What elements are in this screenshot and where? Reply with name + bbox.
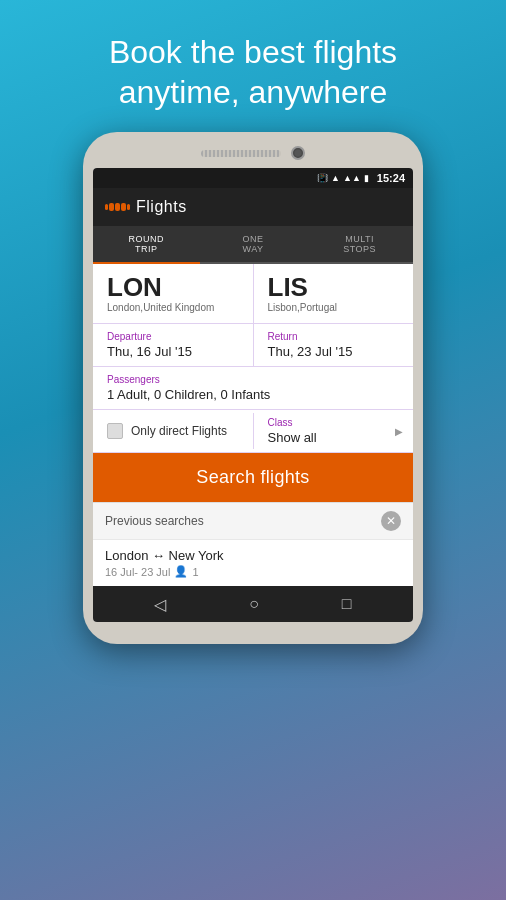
origin-name: London,United Kingdom bbox=[107, 302, 239, 313]
app-logo: Flights bbox=[105, 198, 187, 216]
prev-route: London ↔ New York bbox=[105, 548, 401, 563]
phone-chin bbox=[93, 622, 413, 630]
previous-title: Previous searches bbox=[105, 514, 204, 528]
date-row: Departure Thu, 16 Jul '15 Return Thu, 23… bbox=[93, 324, 413, 367]
logo-dot-3 bbox=[115, 203, 120, 211]
battery-icon: ▮ bbox=[364, 173, 369, 183]
passengers-label: Passengers bbox=[107, 374, 399, 385]
app-header: Flights bbox=[93, 188, 413, 226]
class-dropdown-arrow: ▶ bbox=[395, 426, 403, 437]
recent-button[interactable]: □ bbox=[342, 595, 352, 613]
home-button[interactable]: ○ bbox=[249, 595, 259, 613]
direct-checkbox[interactable] bbox=[107, 423, 123, 439]
logo-icon bbox=[105, 203, 130, 211]
search-button[interactable]: Search flights bbox=[93, 453, 413, 502]
status-time: 15:24 bbox=[377, 172, 405, 184]
navigation-bar: ◁ ○ □ bbox=[93, 586, 413, 622]
previous-header: Previous searches ✕ bbox=[93, 503, 413, 539]
departure-label: Departure bbox=[107, 331, 239, 342]
speaker-grille bbox=[201, 150, 281, 157]
logo-dot-2 bbox=[109, 203, 114, 211]
previous-item[interactable]: London ↔ New York 16 Jul- 23 Jul 👤 1 bbox=[93, 539, 413, 586]
passengers-row[interactable]: Passengers 1 Adult, 0 Children, 0 Infant… bbox=[93, 367, 413, 410]
tabs-bar: ROUND TRIP ONE WAY MULTI STOPS bbox=[93, 226, 413, 264]
return-cell[interactable]: Return Thu, 23 Jul '15 bbox=[254, 324, 414, 366]
wifi-icon: ▲ bbox=[331, 173, 340, 183]
previous-searches-section: Previous searches ✕ London ↔ New York 16… bbox=[93, 502, 413, 586]
tab-multi-stops[interactable]: MULTI STOPS bbox=[306, 226, 413, 264]
return-value: Thu, 23 Jul '15 bbox=[268, 344, 400, 359]
route-row: LON London,United Kingdom LIS Lisbon,Por… bbox=[93, 264, 413, 324]
close-previous-button[interactable]: ✕ bbox=[381, 511, 401, 531]
phone-top bbox=[93, 146, 413, 168]
logo-dot-5 bbox=[127, 204, 130, 210]
camera bbox=[291, 146, 305, 160]
screen: 📳 ▲ ▲▲ ▮ 15:24 Flights ROUND bbox=[93, 168, 413, 622]
signal-icon: ▲▲ bbox=[343, 173, 361, 183]
status-bar: 📳 ▲ ▲▲ ▮ 15:24 bbox=[93, 168, 413, 188]
destination-code: LIS bbox=[268, 274, 400, 300]
origin-cell[interactable]: LON London,United Kingdom bbox=[93, 264, 254, 323]
status-icons: 📳 ▲ ▲▲ ▮ bbox=[317, 173, 369, 183]
form-area: LON London,United Kingdom LIS Lisbon,Por… bbox=[93, 264, 413, 586]
origin-code: LON bbox=[107, 274, 239, 300]
direct-class-row: Only direct Flights Class Show all ▶ bbox=[93, 410, 413, 453]
class-label: Class bbox=[268, 417, 400, 428]
departure-cell[interactable]: Departure Thu, 16 Jul '15 bbox=[93, 324, 254, 366]
return-label: Return bbox=[268, 331, 400, 342]
destination-name: Lisbon,Portugal bbox=[268, 302, 400, 313]
phone-frame: 📳 ▲ ▲▲ ▮ 15:24 Flights ROUND bbox=[83, 132, 423, 644]
direct-cell[interactable]: Only direct Flights bbox=[93, 413, 254, 449]
logo-dot-4 bbox=[121, 203, 126, 211]
tagline: Book the best flights anytime, anywhere bbox=[79, 0, 427, 132]
prev-details: 16 Jul- 23 Jul 👤 1 bbox=[105, 565, 401, 578]
class-value: Show all bbox=[268, 430, 400, 445]
logo-dot-1 bbox=[105, 204, 108, 210]
back-button[interactable]: ◁ bbox=[154, 595, 166, 614]
destination-cell[interactable]: LIS Lisbon,Portugal bbox=[254, 264, 414, 323]
class-cell[interactable]: Class Show all ▶ bbox=[254, 410, 414, 452]
passenger-icon: 👤 bbox=[174, 565, 188, 578]
tab-one-way[interactable]: ONE WAY bbox=[200, 226, 307, 264]
vibrate-icon: 📳 bbox=[317, 173, 328, 183]
direct-label: Only direct Flights bbox=[131, 424, 227, 438]
departure-value: Thu, 16 Jul '15 bbox=[107, 344, 239, 359]
passengers-value: 1 Adult, 0 Children, 0 Infants bbox=[107, 387, 399, 402]
tab-round-trip[interactable]: ROUND TRIP bbox=[93, 226, 200, 264]
app-title: Flights bbox=[136, 198, 187, 216]
